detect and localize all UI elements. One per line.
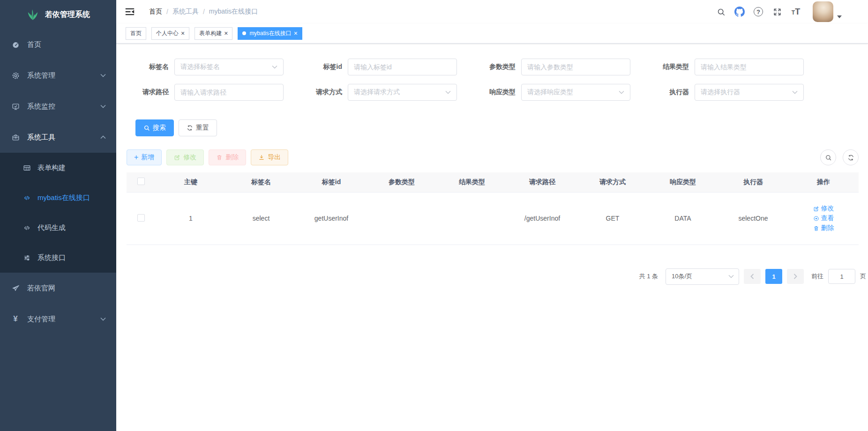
sidebar-item-home[interactable]: 首页 xyxy=(0,29,116,60)
question-icon: ? xyxy=(754,7,763,16)
user-menu[interactable] xyxy=(813,1,842,22)
request-method-select[interactable]: 请选择请求方式 xyxy=(348,84,457,101)
sidebar-item-form-builder[interactable]: 表单构建 xyxy=(0,153,116,183)
sidebar-item-system-manage[interactable]: 系统管理 xyxy=(0,60,116,91)
result-type-input[interactable] xyxy=(701,63,798,71)
sidebar-fold-button[interactable] xyxy=(123,5,137,19)
cell-param-type xyxy=(367,192,437,245)
filter-label-tag-id: 标签id xyxy=(300,63,342,71)
sidebar-item-system-monitor[interactable]: 系统监控 xyxy=(0,91,116,122)
export-button[interactable]: 导出 xyxy=(251,149,288,165)
search-icon xyxy=(717,7,726,16)
close-icon[interactable]: × xyxy=(181,30,185,37)
close-icon[interactable]: × xyxy=(224,30,228,37)
github-link-button[interactable] xyxy=(730,0,749,23)
add-button[interactable]: + 新增 xyxy=(127,149,162,165)
header-search-button[interactable] xyxy=(711,0,730,23)
select-placeholder: 请选择请求方式 xyxy=(354,88,445,97)
sidebar-item-label: 系统管理 xyxy=(27,71,55,80)
breadcrumb-separator: / xyxy=(203,8,205,15)
font-size-button[interactable]: TT xyxy=(786,0,805,23)
param-type-input[interactable] xyxy=(527,63,624,71)
row-operations: 修改 查看 删除 xyxy=(788,204,859,232)
search-actions: 搜索 重置 xyxy=(135,119,859,136)
row-view-link[interactable]: 查看 xyxy=(813,214,834,223)
page-1-button[interactable]: 1 xyxy=(765,269,782,284)
top-navbar: 首页 / 系统工具 / mybatis在线接口 ? xyxy=(116,0,868,23)
refresh-button[interactable] xyxy=(843,149,859,165)
sidebar-item-official-site[interactable]: 若依官网 xyxy=(0,273,116,304)
tag-name-select[interactable]: 请选择标签名 xyxy=(174,59,284,75)
sidebar-item-system-tools[interactable]: 系统工具 xyxy=(0,122,116,153)
chevron-down-icon xyxy=(445,90,451,94)
sidebar-item-label: 首页 xyxy=(27,40,41,49)
goto-page-input[interactable] xyxy=(828,269,855,284)
tab-mybatis-api[interactable]: mybatis在线接口 × xyxy=(238,27,302,40)
row-view-label: 查看 xyxy=(821,214,834,223)
filter-label-param-type: 参数类型 xyxy=(473,63,516,71)
chevron-down-icon xyxy=(728,275,734,278)
cell-tag-id: getUserInof xyxy=(296,192,367,245)
tab-home[interactable]: 首页 xyxy=(126,27,146,40)
navbar-right: ? TT xyxy=(711,0,860,23)
chevron-left-icon xyxy=(750,274,754,279)
close-icon[interactable]: × xyxy=(294,30,298,37)
breadcrumb-home[interactable]: 首页 xyxy=(149,7,162,16)
github-icon xyxy=(734,7,745,17)
trash-icon xyxy=(216,154,223,161)
tag-id-input[interactable] xyxy=(354,63,451,71)
yen-icon: ¥ xyxy=(11,315,20,323)
sidebar-item-code-gen[interactable]: 代码生成 xyxy=(0,213,116,243)
download-icon xyxy=(258,154,265,161)
row-edit-link[interactable]: 修改 xyxy=(813,204,834,213)
app-logo[interactable]: 若依管理系统 xyxy=(0,0,116,29)
page-unit-label: 页 xyxy=(860,272,866,281)
toggle-search-button[interactable] xyxy=(820,149,836,165)
system-tools-submenu: 表单构建 mybatis在线接口 代码生成 系统接口 xyxy=(0,153,116,273)
edit-icon xyxy=(813,206,819,212)
prev-page-button[interactable] xyxy=(744,269,761,284)
request-path-input[interactable] xyxy=(180,89,277,96)
page-size-select[interactable]: 10条/页 xyxy=(666,268,739,285)
breadcrumb-system-tools: 系统工具 xyxy=(172,7,199,16)
tab-profile[interactable]: 个人中心 × xyxy=(151,27,189,40)
active-dot-icon xyxy=(242,31,246,35)
executor-select[interactable]: 请选择执行器 xyxy=(695,84,804,101)
search-button[interactable]: 搜索 xyxy=(135,119,174,136)
col-response-type: 响应类型 xyxy=(648,172,718,192)
export-button-label: 导出 xyxy=(268,153,281,162)
col-request-path: 请求路径 xyxy=(507,172,577,192)
filter-label-request-path: 请求路径 xyxy=(127,88,169,97)
row-delete-link[interactable]: 删除 xyxy=(813,224,834,232)
filter-label-response-type: 响应类型 xyxy=(473,88,516,97)
tab-label: 个人中心 xyxy=(156,30,179,37)
fullscreen-button[interactable] xyxy=(768,0,786,23)
select-all-checkbox[interactable] xyxy=(137,178,145,185)
sidebar-item-system-api[interactable]: 系统接口 xyxy=(0,243,116,273)
sidebar-item-payment-manage[interactable]: ¥ 支付管理 xyxy=(0,304,116,334)
tab-label: 表单构建 xyxy=(199,30,222,37)
sidebar-item-mybatis-api[interactable]: mybatis在线接口 xyxy=(0,183,116,213)
row-checkbox[interactable] xyxy=(137,214,145,222)
view-icon xyxy=(813,216,819,222)
cell-executor: selectOne xyxy=(718,192,788,245)
reset-button[interactable]: 重置 xyxy=(179,119,217,136)
help-button[interactable]: ? xyxy=(749,0,768,23)
edit-button[interactable]: 修改 xyxy=(166,149,204,165)
sidebar-item-label: 代码生成 xyxy=(37,223,66,232)
response-type-select[interactable]: 请选择响应类型 xyxy=(521,84,630,101)
tab-form-builder[interactable]: 表单构建 × xyxy=(195,27,232,40)
avatar xyxy=(813,1,833,22)
sidebar-item-label: mybatis在线接口 xyxy=(37,193,90,202)
delete-button[interactable]: 删除 xyxy=(209,149,246,165)
next-page-button[interactable] xyxy=(787,269,804,284)
breadcrumb: 首页 / 系统工具 / mybatis在线接口 xyxy=(149,7,258,16)
chevron-down-icon xyxy=(619,90,624,94)
select-placeholder: 请选择执行器 xyxy=(701,88,792,97)
pagination: 共 1 条 10条/页 1 前往 页 xyxy=(127,268,866,285)
request-path-field-wrap xyxy=(174,84,284,101)
pagination-total: 共 1 条 xyxy=(639,272,658,281)
col-result-type: 结果类型 xyxy=(437,172,507,192)
filter-label-executor: 执行器 xyxy=(647,88,689,97)
tags-view-bar: 首页 个人中心 × 表单构建 × mybatis在线接口 × xyxy=(116,23,868,44)
